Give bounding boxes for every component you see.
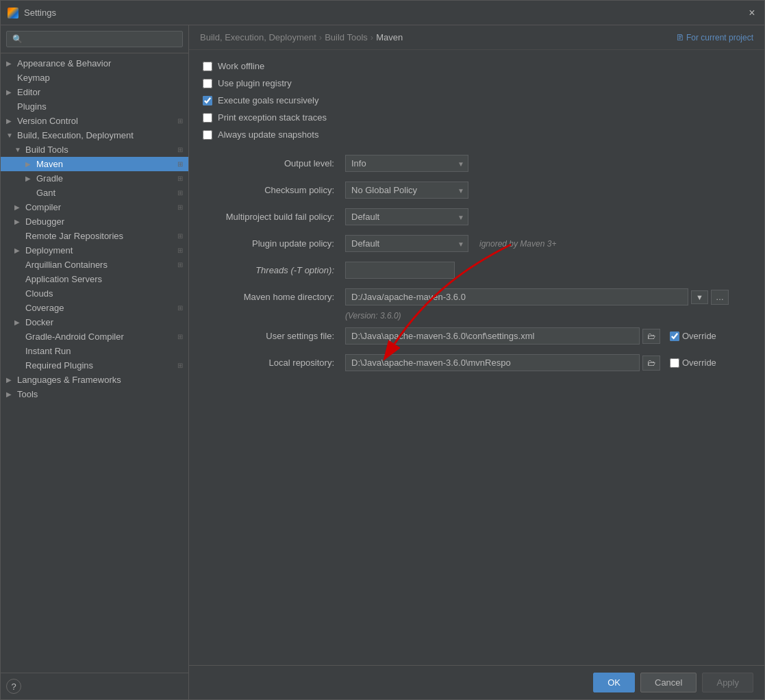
use-plugin-registry-label: Use plugin registry — [218, 78, 292, 88]
ok-button[interactable]: OK — [593, 673, 635, 692]
copy-icon: ⊞ — [177, 304, 183, 312]
sidebar-item-label: Gradle — [36, 173, 63, 184]
sidebar-item-label: Appearance & Behavior — [17, 58, 111, 68]
spacer-icon — [14, 362, 23, 369]
execute-goals-checkbox[interactable] — [203, 96, 212, 105]
sidebar-item-label: Clouds — [25, 288, 53, 299]
spacer-icon — [25, 189, 34, 197]
maven-home-input[interactable] — [345, 288, 688, 305]
plugin-update-policy-select[interactable]: Default Always Never Interval — [345, 235, 468, 252]
copy-icon: ⊞ — [177, 146, 183, 153]
user-settings-label: User settings file: — [203, 331, 340, 341]
copy-icon: ⊞ — [177, 175, 183, 182]
maven-home-browse-button[interactable]: … — [711, 290, 729, 305]
sidebar-item-instant-run[interactable]: Instant Run — [1, 344, 188, 358]
copy-icon: ⊞ — [177, 261, 183, 268]
checksum-policy-select[interactable]: No Global Policy Strict Warn Fail Ignore — [345, 182, 468, 199]
sidebar-item-gant[interactable]: Gant ⊞ — [1, 186, 188, 200]
sidebar-item-maven[interactable]: ▶ Maven ⊞ — [1, 157, 188, 171]
user-settings-browse-button[interactable]: 🗁 — [642, 329, 660, 344]
sidebar-item-compiler[interactable]: ▶ Compiler ⊞ — [1, 200, 188, 214]
spacer-icon — [14, 232, 23, 240]
sidebar-item-build-tools[interactable]: ▼ Build Tools ⊞ — [1, 142, 188, 157]
use-plugin-registry-row: Use plugin registry — [203, 78, 751, 88]
checksum-policy-label: Checksum policy: — [203, 185, 340, 195]
always-update-checkbox[interactable] — [203, 130, 212, 140]
sidebar-item-plugins[interactable]: Plugins — [1, 99, 188, 114]
local-repo-input[interactable] — [345, 354, 640, 371]
local-repo-row: Local repository: 🗁 Override — [203, 354, 751, 371]
sidebar-item-docker[interactable]: ▶ Docker — [1, 315, 188, 329]
apply-button[interactable]: Apply — [702, 673, 753, 692]
help-button[interactable]: ? — [6, 679, 21, 694]
sidebar-item-label: Languages & Frameworks — [17, 375, 121, 385]
sidebar-item-editor[interactable]: ▶ Editor — [1, 85, 188, 99]
maven-home-dropdown-button[interactable]: ▼ — [691, 290, 708, 304]
threads-input[interactable] — [345, 262, 455, 279]
local-repo-override-label: Override — [682, 358, 716, 368]
spacer-icon — [6, 103, 14, 110]
sidebar-item-debugger[interactable]: ▶ Debugger — [1, 214, 188, 229]
sidebar-item-keymap[interactable]: Keymap — [1, 71, 188, 85]
sidebar-item-gradle-android[interactable]: Gradle-Android Compiler ⊞ — [1, 329, 188, 344]
sidebar-item-label: Debugger — [25, 216, 64, 227]
output-level-select[interactable]: Info Debug Warning Error — [345, 155, 468, 172]
maven-settings-content: Work offline Use plugin registry Execute… — [189, 50, 764, 665]
sidebar-item-tools[interactable]: ▶ Tools — [1, 387, 188, 401]
threads-row: Threads (-T option): — [203, 262, 751, 279]
maven-home-label: Maven home directory: — [203, 292, 340, 302]
sidebar-item-label: Editor — [17, 87, 40, 97]
main-panel: Build, Execution, Deployment › Build Too… — [189, 25, 764, 699]
project-link[interactable]: 🖹 For current project — [676, 33, 753, 42]
print-exceptions-row: Print exception stack traces — [203, 112, 751, 123]
title-bar: Settings × — [1, 1, 764, 25]
maven-version-text: (Version: 3.6.0) — [345, 311, 751, 321]
title-bar-left: Settings — [8, 8, 56, 18]
work-offline-row: Work offline — [203, 61, 751, 71]
sidebar-item-gradle[interactable]: ▶ Gradle ⊞ — [1, 171, 188, 186]
local-repo-label: Local repository: — [203, 358, 340, 368]
copy-icon: ⊞ — [177, 160, 183, 168]
cancel-button[interactable]: Cancel — [640, 673, 697, 692]
work-offline-checkbox[interactable] — [203, 62, 212, 71]
user-settings-override-label: Override — [682, 331, 716, 341]
sidebar-item-remote-jar[interactable]: Remote Jar Repositories ⊞ — [1, 229, 188, 243]
sidebar-item-vcs[interactable]: ▶ Version Control ⊞ — [1, 114, 188, 128]
user-settings-input[interactable] — [345, 327, 640, 345]
main-content: ▶ Appearance & Behavior Keymap ▶ Editor … — [1, 25, 764, 699]
spacer-icon — [14, 275, 23, 283]
copy-icon: ⊞ — [177, 333, 183, 340]
sidebar-item-build-execution[interactable]: ▼ Build, Execution, Deployment — [1, 128, 188, 142]
app-icon — [8, 8, 18, 18]
arrow-icon: ▶ — [25, 160, 34, 168]
sidebar-item-languages[interactable]: ▶ Languages & Frameworks — [1, 373, 188, 387]
user-settings-row: User settings file: 🗁 Override — [203, 327, 751, 345]
sidebar-item-arquillian[interactable]: Arquillian Containers ⊞ — [1, 258, 188, 272]
threads-label: Threads (-T option): — [203, 265, 340, 275]
spacer-icon — [14, 261, 23, 268]
sidebar-item-label: Tools — [17, 389, 38, 399]
local-repo-browse-button[interactable]: 🗁 — [642, 355, 660, 371]
use-plugin-registry-checkbox[interactable] — [203, 79, 212, 88]
sidebar-item-required-plugins[interactable]: Required Plugins ⊞ — [1, 358, 188, 373]
close-button[interactable]: × — [747, 8, 757, 18]
sidebar-item-coverage[interactable]: Coverage ⊞ — [1, 301, 188, 315]
sidebar-item-deployment[interactable]: ▶ Deployment ⊞ — [1, 243, 188, 258]
sidebar-item-label: Remote Jar Repositories — [25, 231, 123, 241]
sidebar-item-appearance[interactable]: ▶ Appearance & Behavior — [1, 56, 188, 71]
spacer-icon — [14, 304, 23, 312]
sidebar-item-app-servers[interactable]: Application Servers — [1, 272, 188, 286]
arrow-icon: ▶ — [6, 376, 14, 384]
user-settings-override-checkbox[interactable] — [670, 332, 679, 341]
search-input[interactable] — [6, 31, 183, 47]
local-repo-override-checkbox[interactable] — [670, 358, 679, 368]
sidebar: ▶ Appearance & Behavior Keymap ▶ Editor … — [1, 25, 189, 699]
print-exceptions-checkbox[interactable] — [203, 113, 212, 123]
copy-icon: ⊞ — [177, 247, 183, 254]
sidebar-item-label: Gradle-Android Compiler — [25, 332, 124, 342]
sidebar-item-clouds[interactable]: Clouds — [1, 286, 188, 301]
sidebar-item-label: Gant — [36, 188, 55, 198]
checksum-policy-row: Checksum policy: No Global Policy Strict… — [203, 182, 751, 199]
multiproject-policy-select[interactable]: Default Never After Failures At End Alwa… — [345, 208, 468, 225]
sidebar-item-label: Maven — [36, 159, 63, 169]
